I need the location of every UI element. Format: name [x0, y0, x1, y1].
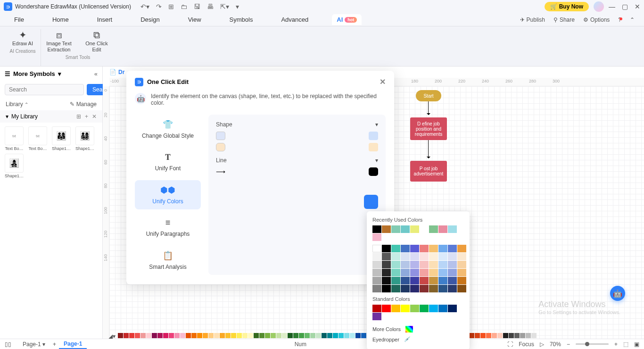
- color-swatch[interactable]: [391, 285, 400, 292]
- color-swatch[interactable]: [382, 253, 391, 260]
- color-swatch[interactable]: [410, 269, 419, 276]
- color-swatch[interactable]: [457, 277, 466, 284]
- color-swatch[interactable]: [457, 285, 466, 292]
- color-swatch[interactable]: [509, 333, 514, 338]
- color-swatch[interactable]: [242, 333, 248, 338]
- undo-icon[interactable]: ↶▾: [140, 3, 149, 10]
- flowchart-arrow[interactable]: [428, 140, 429, 158]
- color-swatch[interactable]: [420, 305, 429, 312]
- color-swatch[interactable]: [118, 333, 123, 338]
- shape-item[interactable]: txtText Bo…: [27, 126, 48, 151]
- color-swatch[interactable]: [129, 333, 134, 338]
- color-swatch[interactable]: [191, 333, 197, 338]
- color-swatch[interactable]: [299, 333, 304, 338]
- close-library-icon[interactable]: ✕: [92, 113, 97, 120]
- color-swatch[interactable]: [391, 253, 400, 260]
- color-swatch[interactable]: [361, 333, 366, 338]
- color-swatch[interactable]: [382, 269, 391, 276]
- color-swatch[interactable]: [486, 333, 491, 338]
- color-swatch[interactable]: [391, 305, 400, 312]
- page-tab[interactable]: Page-1: [59, 340, 87, 349]
- line-section-header[interactable]: Line▾: [216, 157, 378, 164]
- close-icon[interactable]: ✕: [635, 3, 640, 10]
- color-swatch[interactable]: [492, 333, 497, 338]
- shape-item[interactable]: 👨‍👩‍👧‍👦Shape1…: [74, 126, 95, 151]
- maximize-icon[interactable]: ▢: [622, 3, 628, 10]
- color-swatch[interactable]: [401, 245, 410, 252]
- color-swatch[interactable]: [448, 261, 457, 268]
- export-icon[interactable]: ⇱▾: [220, 3, 229, 10]
- color-swatch[interactable]: [457, 261, 466, 268]
- focus-button[interactable]: Focus: [519, 341, 534, 348]
- color-swatch[interactable]: [448, 225, 457, 233]
- menu-view[interactable]: View: [183, 14, 206, 25]
- color-swatch[interactable]: [339, 333, 344, 338]
- shape-item[interactable]: 👩‍👧‍👦Shape1…: [4, 154, 25, 178]
- color-swatch[interactable]: [372, 225, 381, 233]
- color-swatch[interactable]: [327, 333, 332, 338]
- color-swatch[interactable]: [448, 305, 457, 312]
- color-swatch[interactable]: [316, 333, 321, 338]
- symbol-search-input[interactable]: [5, 84, 84, 95]
- color-swatch[interactable]: [457, 245, 466, 252]
- color-swatch[interactable]: [372, 305, 381, 312]
- menu-file[interactable]: File: [9, 14, 29, 25]
- color-swatch[interactable]: [438, 305, 447, 312]
- color-swatch[interactable]: [344, 333, 349, 338]
- shape-item[interactable]: txtText Bo…: [4, 126, 25, 151]
- zoom-slider[interactable]: [576, 343, 609, 345]
- help-button[interactable]: ?: [618, 17, 621, 23]
- color-swatch[interactable]: [391, 225, 400, 233]
- color-swatch[interactable]: [401, 261, 410, 268]
- color-swatch[interactable]: [429, 261, 438, 268]
- shape-item[interactable]: 👨‍👩‍👧Shape1…: [51, 126, 72, 151]
- zoom-in-button[interactable]: +: [614, 341, 618, 348]
- collapse-panel-icon[interactable]: «: [94, 70, 98, 77]
- color-swatch[interactable]: [438, 261, 447, 268]
- unify-font-option[interactable]: 𝐓Unify Font: [135, 148, 201, 176]
- color-swatch[interactable]: [293, 333, 298, 338]
- color-swatch[interactable]: [220, 333, 225, 338]
- color-swatch[interactable]: [174, 333, 180, 338]
- menu-symbols[interactable]: Symbols: [225, 14, 258, 25]
- line-color-swatch[interactable]: [369, 167, 378, 176]
- color-swatch[interactable]: [152, 333, 157, 338]
- color-swatch[interactable]: [401, 285, 410, 292]
- color-swatch[interactable]: [157, 333, 163, 338]
- flowchart-start-node[interactable]: Start: [416, 90, 441, 101]
- shape-swatch-after[interactable]: [369, 132, 378, 140]
- color-swatch[interactable]: [520, 333, 525, 338]
- color-swatch[interactable]: [282, 333, 287, 338]
- color-swatch[interactable]: [457, 253, 466, 260]
- color-swatch[interactable]: [382, 285, 391, 292]
- image-text-extraction-button[interactable]: ⧈Image Text Extraction: [45, 29, 73, 53]
- color-swatch[interactable]: [372, 245, 381, 252]
- more-icon[interactable]: ▾: [236, 3, 239, 10]
- menu-advanced[interactable]: Advanced: [276, 14, 313, 25]
- color-swatch[interactable]: [514, 333, 520, 338]
- color-swatch[interactable]: [429, 225, 438, 233]
- color-swatch[interactable]: [438, 285, 447, 292]
- color-swatch[interactable]: [322, 333, 327, 338]
- color-swatch[interactable]: [259, 333, 264, 338]
- color-swatch[interactable]: [448, 277, 457, 284]
- color-swatch[interactable]: [448, 253, 457, 260]
- close-dialog-icon[interactable]: ✕: [380, 77, 386, 86]
- fit-width-icon[interactable]: ▣: [634, 341, 639, 348]
- user-avatar[interactable]: [594, 1, 604, 12]
- color-swatch[interactable]: [410, 261, 419, 268]
- zoom-out-button[interactable]: −: [567, 341, 570, 348]
- color-swatch[interactable]: [410, 225, 419, 233]
- color-swatch[interactable]: [457, 269, 466, 276]
- ai-chat-bubble[interactable]: 🤖: [610, 286, 625, 301]
- color-swatch[interactable]: [391, 261, 400, 268]
- color-swatch[interactable]: [146, 333, 151, 338]
- one-click-edit-button[interactable]: ⧉One Click Edit: [83, 29, 111, 53]
- color-swatch[interactable]: [420, 245, 429, 252]
- color-swatch[interactable]: [382, 245, 391, 252]
- color-swatch[interactable]: [248, 333, 253, 338]
- color-swatch[interactable]: [429, 285, 438, 292]
- layout-icon[interactable]: ▯▯: [5, 341, 11, 348]
- color-swatch[interactable]: [497, 333, 503, 338]
- color-swatch[interactable]: [231, 333, 236, 338]
